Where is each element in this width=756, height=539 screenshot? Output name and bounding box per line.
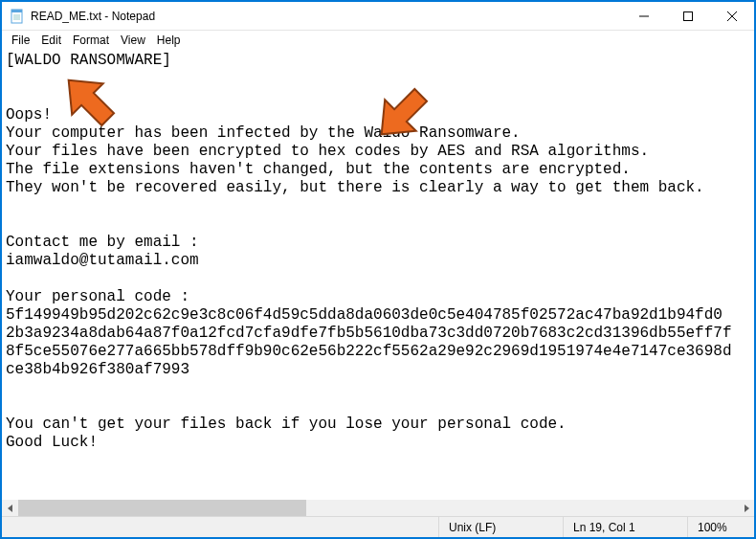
editor-area: [WALDO RANSOMWARE] Oops! Your computer h… xyxy=(2,50,754,516)
text-line: 5f149949b95d202c62c9e3c8c06f4d59c5dda8da… xyxy=(6,306,723,324)
status-bar: Unix (LF) Ln 19, Col 1 100% xyxy=(2,516,754,537)
text-line: Your personal code : xyxy=(6,288,189,305)
text-line: They won't be recovered easily, but ther… xyxy=(6,179,704,196)
text-line: Your computer has been infected by the W… xyxy=(6,124,521,142)
menu-file[interactable]: File xyxy=(6,33,35,48)
scrollbar-track[interactable] xyxy=(18,500,738,516)
notepad-icon xyxy=(10,9,25,24)
svg-rect-6 xyxy=(684,11,693,20)
menu-help[interactable]: Help xyxy=(151,33,187,48)
close-button[interactable] xyxy=(710,2,754,30)
text-line: Your files have been encrypted to hex co… xyxy=(6,143,649,160)
text-line: Good Luck! xyxy=(6,434,98,451)
menu-edit[interactable]: Edit xyxy=(35,33,67,48)
status-eol: Unix (LF) xyxy=(438,517,563,537)
text-line: iamwaldo@tutamail.com xyxy=(6,252,199,269)
svg-marker-11 xyxy=(8,505,12,512)
text-line: You can't get your files back if you los… xyxy=(6,415,567,433)
maximize-button[interactable] xyxy=(666,2,710,30)
window-controls xyxy=(622,2,754,30)
menu-format[interactable]: Format xyxy=(67,33,115,48)
status-zoom: 100% xyxy=(687,517,754,537)
title-bar: READ_ME.txt - Notepad xyxy=(2,2,754,31)
text-line: The file extensions haven't changed, but… xyxy=(6,161,631,178)
minimize-button[interactable] xyxy=(622,2,666,30)
text-line: 8f5ce55076e277a665bb578dff9b90c62e56b222… xyxy=(6,343,732,360)
window-title: READ_ME.txt - Notepad xyxy=(31,10,622,23)
text-content[interactable]: [WALDO RANSOMWARE] Oops! Your computer h… xyxy=(2,50,754,454)
status-spacer xyxy=(2,517,438,537)
scroll-right-icon[interactable] xyxy=(738,500,754,516)
horizontal-scrollbar[interactable] xyxy=(2,500,754,516)
svg-rect-1 xyxy=(11,10,22,12)
menu-view[interactable]: View xyxy=(115,33,151,48)
text-line: Oops! xyxy=(6,106,52,124)
svg-marker-12 xyxy=(745,505,749,512)
scrollbar-thumb[interactable] xyxy=(18,500,306,516)
scroll-left-icon[interactable] xyxy=(2,500,18,516)
text-line: [WALDO RANSOMWARE] xyxy=(6,52,171,69)
status-caret-position: Ln 19, Col 1 xyxy=(563,517,687,537)
text-line: ce38b4b926f380af7993 xyxy=(6,361,189,378)
text-line: 2b3a9234a8dab64a87f0a12fcd7cfa9dfe7fb5b5… xyxy=(6,325,732,342)
menu-bar: File Edit Format View Help xyxy=(2,31,754,50)
text-line: Contact me by email : xyxy=(6,234,199,251)
